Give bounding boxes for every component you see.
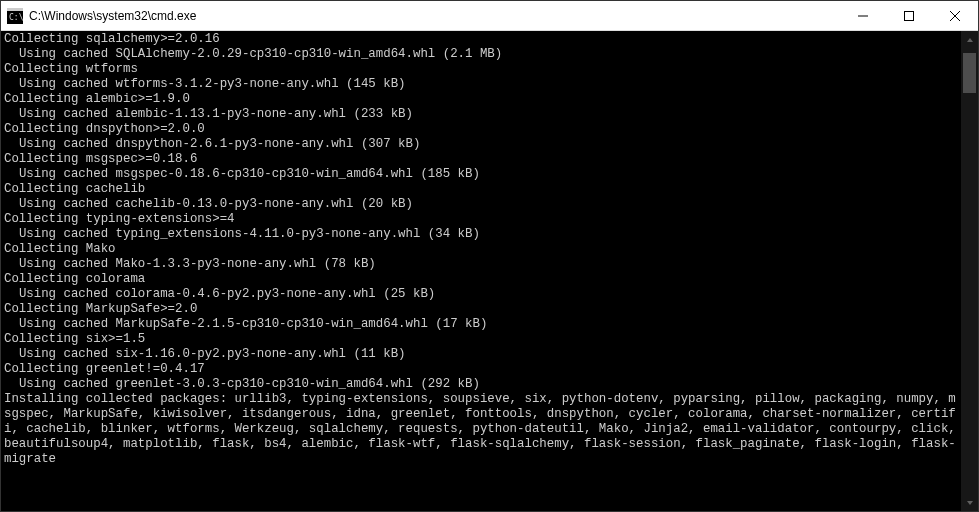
maximize-button[interactable]	[886, 1, 932, 30]
svg-rect-1	[7, 8, 23, 11]
close-button[interactable]	[932, 1, 978, 30]
scroll-down-button[interactable]	[961, 494, 978, 511]
terminal-area: Collecting sqlalchemy>=2.0.16 Using cach…	[1, 31, 978, 511]
scrollbar-thumb[interactable]	[963, 53, 976, 93]
cmd-icon: C:\	[7, 8, 23, 24]
window-title: C:\Windows\system32\cmd.exe	[29, 9, 840, 23]
window: C:\ C:\Windows\system32\cmd.exe Collecti…	[0, 0, 979, 512]
scrollbar[interactable]	[961, 31, 978, 511]
svg-rect-4	[905, 11, 914, 20]
scroll-up-button[interactable]	[961, 31, 978, 48]
terminal-output[interactable]: Collecting sqlalchemy>=2.0.16 Using cach…	[1, 31, 961, 511]
minimize-button[interactable]	[840, 1, 886, 30]
svg-text:C:\: C:\	[9, 13, 23, 22]
svg-marker-7	[967, 38, 973, 42]
titlebar[interactable]: C:\ C:\Windows\system32\cmd.exe	[1, 1, 978, 31]
svg-marker-8	[967, 501, 973, 505]
window-controls	[840, 1, 978, 30]
